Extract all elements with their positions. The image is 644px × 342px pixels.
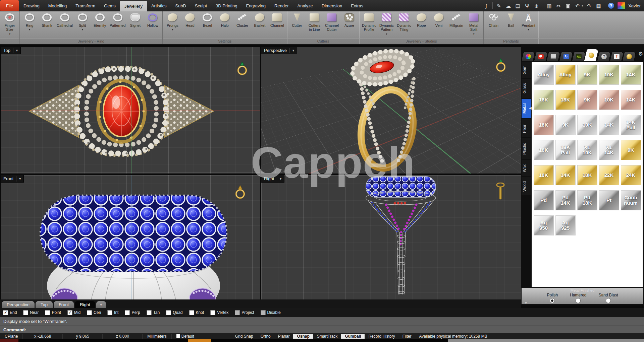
material-swatch[interactable]: 9K	[555, 115, 576, 135]
material-swatch[interactable]: Ag 950	[534, 215, 554, 235]
dropdown-caret[interactable]: ▾	[9, 32, 10, 36]
settings-gear-icon[interactable]: ⚙	[638, 51, 643, 57]
veni-button[interactable]: Veni	[430, 12, 447, 27]
material-swatch[interactable]: Pd	[534, 190, 554, 210]
radio-sand-blast[interactable]	[606, 298, 611, 303]
tab-rhino[interactable]	[534, 52, 548, 61]
filter-toggle[interactable]: Filter	[399, 334, 415, 339]
category-tab-gem[interactable]: Gem	[522, 62, 531, 78]
layer-button[interactable]: Default	[172, 334, 199, 339]
menu-engraving[interactable]: Engraving	[241, 0, 270, 11]
chain-button[interactable]: Chain	[485, 12, 502, 27]
checkbox[interactable]	[210, 310, 215, 315]
radio-polish[interactable]	[550, 298, 555, 303]
viewport-menu-caret[interactable]: ▼	[289, 48, 297, 53]
material-swatch[interactable]: 14K	[621, 90, 641, 110]
rope-button[interactable]: Rope	[413, 12, 430, 27]
material-swatch[interactable]: 22K	[599, 165, 619, 185]
category-tab-pearl[interactable]: Pearl	[522, 119, 531, 137]
viewport-perspective[interactable]: Perspective ▼	[261, 47, 521, 174]
dynamic-pattern-button[interactable]: Dynamic Pattern▾	[378, 12, 395, 36]
material-swatch[interactable]: X1 10K	[577, 140, 597, 160]
undo-icon[interactable]: ↶	[574, 3, 581, 8]
viewport-tab-top[interactable]: Top	[36, 301, 53, 308]
bezel-button[interactable]: Bezel	[199, 12, 216, 27]
osnap-end[interactable]: ✓End	[3, 310, 17, 315]
menu-extras[interactable]: Extras	[346, 0, 368, 11]
material-swatch[interactable]: 18K	[534, 115, 554, 135]
finish-option-polish[interactable]: Polish	[547, 293, 558, 303]
redo-icon[interactable]: ↷	[586, 3, 592, 8]
tab-globe-question[interactable]: ?	[597, 52, 611, 61]
head-button[interactable]: Head	[181, 12, 199, 27]
category-tab-glass[interactable]: Glass	[522, 79, 531, 98]
menu-subd[interactable]: SubD	[171, 0, 191, 11]
material-swatch[interactable]: 18K Pall	[555, 140, 576, 160]
material-swatch[interactable]: 10K	[534, 165, 554, 185]
menu-drawing[interactable]: Drawing	[19, 0, 44, 11]
millgrain-button[interactable]: Millgrain	[447, 12, 465, 27]
material-swatch[interactable]: 10K	[599, 90, 619, 110]
material-swatch[interactable]: 9K	[577, 65, 597, 85]
viewport-title-right[interactable]: Right ▼	[261, 175, 284, 183]
save-icon[interactable]: ▦	[595, 3, 602, 8]
tab-help-blue[interactable]: ↻	[559, 52, 573, 61]
material-swatch[interactable]: Pd 14K	[555, 190, 576, 210]
material-swatch[interactable]: 18K	[534, 90, 554, 110]
dynamic-profile-button[interactable]: Dynamic Profile	[360, 12, 378, 32]
osnap-cen[interactable]: Cen	[87, 310, 101, 315]
material-swatch[interactable]: 14K	[621, 65, 641, 85]
checkbox-gray[interactable]	[261, 310, 266, 315]
panel-expand-arrow[interactable]: ▼	[524, 301, 528, 305]
dropdown-caret[interactable]: ▾	[528, 28, 529, 31]
osnap-disable[interactable]: Disable	[261, 310, 281, 315]
planar-toggle[interactable]: Planar	[274, 334, 293, 339]
checkbox-checked[interactable]: ✓	[3, 310, 8, 315]
menu-gems[interactable]: Gems	[100, 0, 120, 11]
pendant-button[interactable]: Pendant▾	[520, 12, 537, 31]
material-swatch[interactable]: Alloy	[534, 65, 554, 85]
osnap-toggle[interactable]: Osnap	[293, 334, 313, 339]
tab-materials-gold[interactable]	[584, 49, 599, 61]
cutters-in-line-button[interactable]: Cutters in Line	[306, 12, 323, 32]
zoom-plus-icon[interactable]: ⊕	[533, 3, 540, 8]
category-tab-wood[interactable]: Wood	[522, 177, 531, 195]
material-swatch[interactable]: 9K	[621, 140, 641, 160]
help-icon[interactable]: ?	[608, 3, 614, 9]
material-swatch[interactable]: X1 14K	[599, 140, 619, 160]
checkbox[interactable]	[147, 310, 152, 315]
material-swatch[interactable]: 18K	[577, 165, 597, 185]
grid-snap-toggle[interactable]: Grid Snap	[231, 334, 257, 339]
material-swatch[interactable]: Alloy	[555, 65, 576, 85]
gumball-toggle[interactable]: Gumball	[341, 334, 365, 339]
osnap-project[interactable]: Project	[235, 310, 254, 315]
paste-icon[interactable]: ▣	[565, 3, 571, 8]
finger-size-button[interactable]: Finger Size ▾	[1, 12, 18, 36]
checkbox[interactable]	[189, 310, 194, 315]
checkbox[interactable]	[45, 310, 50, 315]
menu-artistics[interactable]: Artistics	[147, 0, 171, 11]
menu-transform[interactable]: Transform	[71, 0, 100, 11]
material-swatch[interactable]: 18K	[534, 140, 554, 160]
cplane-button[interactable]: CPlane	[0, 334, 23, 339]
material-swatch[interactable]: 14K	[555, 165, 576, 185]
viewport-title-front[interactable]: Front ▼	[1, 175, 24, 183]
ortho-toggle[interactable]: Ortho	[257, 334, 274, 339]
annotate-icon[interactable]: ✎	[496, 3, 502, 8]
units-button[interactable]: Millimeters	[143, 334, 171, 339]
radio-hamered[interactable]	[576, 298, 581, 303]
viewport-menu-caret[interactable]: ▼	[16, 176, 23, 182]
copy-icon[interactable]: ▥	[546, 3, 552, 8]
osnap-perp[interactable]: Perp	[125, 310, 140, 315]
material-swatch[interactable]: Ag 925	[555, 215, 576, 235]
menu-dimension[interactable]: Dimension	[317, 0, 346, 11]
material-swatch[interactable]: Conti nuum	[621, 190, 641, 210]
material-swatch[interactable]: 10K	[599, 65, 619, 85]
material-swatch[interactable]: Pd 18K	[577, 190, 597, 210]
tab-gold-coin[interactable]	[622, 52, 637, 61]
material-swatch[interactable]: 10K	[577, 115, 597, 135]
osnap-point[interactable]: Point	[45, 310, 61, 315]
checkbox[interactable]	[87, 310, 92, 315]
checkbox[interactable]	[23, 310, 28, 315]
checkbox[interactable]	[166, 310, 171, 315]
